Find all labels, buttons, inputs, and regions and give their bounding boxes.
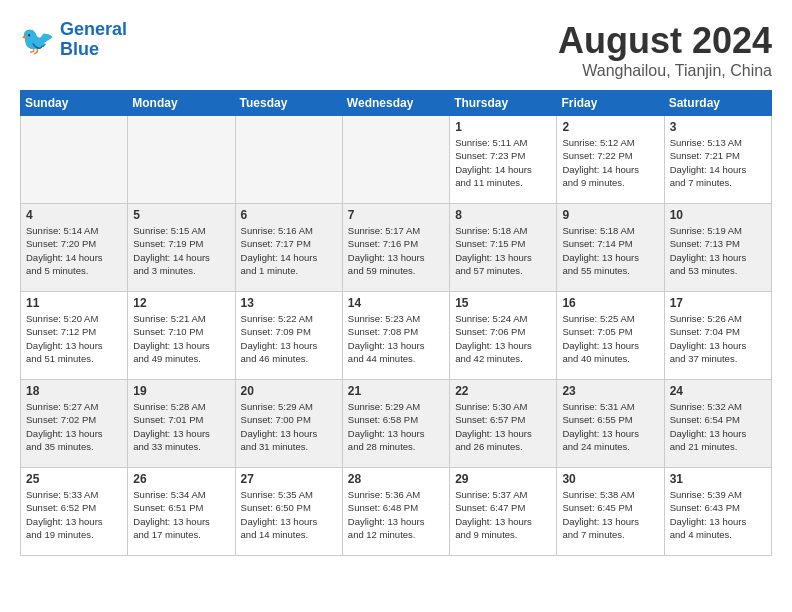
day-info: Sunrise: 5:15 AM Sunset: 7:19 PM Dayligh… — [133, 224, 229, 277]
day-info: Sunrise: 5:12 AM Sunset: 7:22 PM Dayligh… — [562, 136, 658, 189]
calendar-cell — [235, 116, 342, 204]
calendar-cell: 26Sunrise: 5:34 AM Sunset: 6:51 PM Dayli… — [128, 468, 235, 556]
calendar-week-row: 11Sunrise: 5:20 AM Sunset: 7:12 PM Dayli… — [21, 292, 772, 380]
day-info: Sunrise: 5:26 AM Sunset: 7:04 PM Dayligh… — [670, 312, 766, 365]
day-info: Sunrise: 5:35 AM Sunset: 6:50 PM Dayligh… — [241, 488, 337, 541]
col-header-tuesday: Tuesday — [235, 91, 342, 116]
calendar-cell: 19Sunrise: 5:28 AM Sunset: 7:01 PM Dayli… — [128, 380, 235, 468]
day-number: 26 — [133, 472, 229, 486]
day-info: Sunrise: 5:29 AM Sunset: 6:58 PM Dayligh… — [348, 400, 444, 453]
calendar-cell: 27Sunrise: 5:35 AM Sunset: 6:50 PM Dayli… — [235, 468, 342, 556]
location-title: Wanghailou, Tianjin, China — [558, 62, 772, 80]
day-info: Sunrise: 5:27 AM Sunset: 7:02 PM Dayligh… — [26, 400, 122, 453]
day-info: Sunrise: 5:14 AM Sunset: 7:20 PM Dayligh… — [26, 224, 122, 277]
day-number: 7 — [348, 208, 444, 222]
day-number: 22 — [455, 384, 551, 398]
calendar-cell — [128, 116, 235, 204]
calendar-cell: 23Sunrise: 5:31 AM Sunset: 6:55 PM Dayli… — [557, 380, 664, 468]
month-title: August 2024 — [558, 20, 772, 62]
title-area: August 2024 Wanghailou, Tianjin, China — [558, 20, 772, 80]
calendar-cell: 16Sunrise: 5:25 AM Sunset: 7:05 PM Dayli… — [557, 292, 664, 380]
day-number: 19 — [133, 384, 229, 398]
col-header-sunday: Sunday — [21, 91, 128, 116]
calendar-cell: 8Sunrise: 5:18 AM Sunset: 7:15 PM Daylig… — [450, 204, 557, 292]
day-info: Sunrise: 5:38 AM Sunset: 6:45 PM Dayligh… — [562, 488, 658, 541]
logo-line2: Blue — [60, 39, 99, 59]
calendar-cell: 22Sunrise: 5:30 AM Sunset: 6:57 PM Dayli… — [450, 380, 557, 468]
day-info: Sunrise: 5:20 AM Sunset: 7:12 PM Dayligh… — [26, 312, 122, 365]
day-number: 15 — [455, 296, 551, 310]
calendar-week-row: 18Sunrise: 5:27 AM Sunset: 7:02 PM Dayli… — [21, 380, 772, 468]
day-number: 23 — [562, 384, 658, 398]
calendar-cell: 11Sunrise: 5:20 AM Sunset: 7:12 PM Dayli… — [21, 292, 128, 380]
day-number: 1 — [455, 120, 551, 134]
calendar-cell: 25Sunrise: 5:33 AM Sunset: 6:52 PM Dayli… — [21, 468, 128, 556]
day-number: 2 — [562, 120, 658, 134]
day-info: Sunrise: 5:32 AM Sunset: 6:54 PM Dayligh… — [670, 400, 766, 453]
day-info: Sunrise: 5:17 AM Sunset: 7:16 PM Dayligh… — [348, 224, 444, 277]
day-info: Sunrise: 5:39 AM Sunset: 6:43 PM Dayligh… — [670, 488, 766, 541]
day-info: Sunrise: 5:30 AM Sunset: 6:57 PM Dayligh… — [455, 400, 551, 453]
col-header-wednesday: Wednesday — [342, 91, 449, 116]
calendar-cell: 10Sunrise: 5:19 AM Sunset: 7:13 PM Dayli… — [664, 204, 771, 292]
day-number: 12 — [133, 296, 229, 310]
calendar-table: SundayMondayTuesdayWednesdayThursdayFrid… — [20, 90, 772, 556]
col-header-thursday: Thursday — [450, 91, 557, 116]
calendar-cell: 18Sunrise: 5:27 AM Sunset: 7:02 PM Dayli… — [21, 380, 128, 468]
calendar-cell: 31Sunrise: 5:39 AM Sunset: 6:43 PM Dayli… — [664, 468, 771, 556]
day-info: Sunrise: 5:25 AM Sunset: 7:05 PM Dayligh… — [562, 312, 658, 365]
col-header-saturday: Saturday — [664, 91, 771, 116]
calendar-cell: 3Sunrise: 5:13 AM Sunset: 7:21 PM Daylig… — [664, 116, 771, 204]
day-number: 21 — [348, 384, 444, 398]
day-number: 25 — [26, 472, 122, 486]
day-info: Sunrise: 5:22 AM Sunset: 7:09 PM Dayligh… — [241, 312, 337, 365]
day-number: 17 — [670, 296, 766, 310]
day-number: 8 — [455, 208, 551, 222]
calendar-cell: 17Sunrise: 5:26 AM Sunset: 7:04 PM Dayli… — [664, 292, 771, 380]
day-info: Sunrise: 5:11 AM Sunset: 7:23 PM Dayligh… — [455, 136, 551, 189]
day-number: 14 — [348, 296, 444, 310]
day-number: 18 — [26, 384, 122, 398]
calendar-cell: 9Sunrise: 5:18 AM Sunset: 7:14 PM Daylig… — [557, 204, 664, 292]
col-header-monday: Monday — [128, 91, 235, 116]
day-info: Sunrise: 5:21 AM Sunset: 7:10 PM Dayligh… — [133, 312, 229, 365]
day-info: Sunrise: 5:24 AM Sunset: 7:06 PM Dayligh… — [455, 312, 551, 365]
svg-text:🐦: 🐦 — [20, 24, 55, 57]
day-number: 13 — [241, 296, 337, 310]
day-info: Sunrise: 5:36 AM Sunset: 6:48 PM Dayligh… — [348, 488, 444, 541]
calendar-cell: 13Sunrise: 5:22 AM Sunset: 7:09 PM Dayli… — [235, 292, 342, 380]
calendar-cell — [21, 116, 128, 204]
day-info: Sunrise: 5:31 AM Sunset: 6:55 PM Dayligh… — [562, 400, 658, 453]
calendar-cell: 24Sunrise: 5:32 AM Sunset: 6:54 PM Dayli… — [664, 380, 771, 468]
day-info: Sunrise: 5:13 AM Sunset: 7:21 PM Dayligh… — [670, 136, 766, 189]
day-number: 10 — [670, 208, 766, 222]
calendar-week-row: 4Sunrise: 5:14 AM Sunset: 7:20 PM Daylig… — [21, 204, 772, 292]
calendar-cell: 28Sunrise: 5:36 AM Sunset: 6:48 PM Dayli… — [342, 468, 449, 556]
day-info: Sunrise: 5:16 AM Sunset: 7:17 PM Dayligh… — [241, 224, 337, 277]
day-number: 31 — [670, 472, 766, 486]
col-header-friday: Friday — [557, 91, 664, 116]
logo-line1: General — [60, 19, 127, 39]
day-info: Sunrise: 5:34 AM Sunset: 6:51 PM Dayligh… — [133, 488, 229, 541]
logo-icon: 🐦 — [20, 22, 56, 58]
logo: 🐦 General Blue — [20, 20, 127, 60]
day-number: 24 — [670, 384, 766, 398]
day-number: 16 — [562, 296, 658, 310]
calendar-cell — [342, 116, 449, 204]
day-number: 27 — [241, 472, 337, 486]
calendar-cell: 6Sunrise: 5:16 AM Sunset: 7:17 PM Daylig… — [235, 204, 342, 292]
calendar-cell: 20Sunrise: 5:29 AM Sunset: 7:00 PM Dayli… — [235, 380, 342, 468]
calendar-cell: 15Sunrise: 5:24 AM Sunset: 7:06 PM Dayli… — [450, 292, 557, 380]
calendar-week-row: 1Sunrise: 5:11 AM Sunset: 7:23 PM Daylig… — [21, 116, 772, 204]
calendar-cell: 4Sunrise: 5:14 AM Sunset: 7:20 PM Daylig… — [21, 204, 128, 292]
day-info: Sunrise: 5:33 AM Sunset: 6:52 PM Dayligh… — [26, 488, 122, 541]
calendar-cell: 5Sunrise: 5:15 AM Sunset: 7:19 PM Daylig… — [128, 204, 235, 292]
day-number: 30 — [562, 472, 658, 486]
day-number: 11 — [26, 296, 122, 310]
day-info: Sunrise: 5:19 AM Sunset: 7:13 PM Dayligh… — [670, 224, 766, 277]
day-number: 20 — [241, 384, 337, 398]
calendar-cell: 30Sunrise: 5:38 AM Sunset: 6:45 PM Dayli… — [557, 468, 664, 556]
calendar-header-row: SundayMondayTuesdayWednesdayThursdayFrid… — [21, 91, 772, 116]
day-info: Sunrise: 5:37 AM Sunset: 6:47 PM Dayligh… — [455, 488, 551, 541]
day-info: Sunrise: 5:18 AM Sunset: 7:15 PM Dayligh… — [455, 224, 551, 277]
